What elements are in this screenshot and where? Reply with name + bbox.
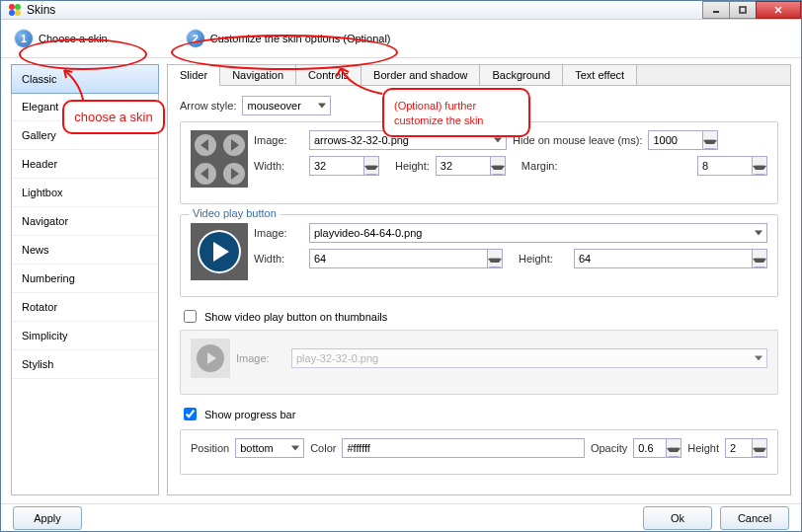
close-button[interactable] [756,1,801,19]
arrow-height-input[interactable] [436,156,506,176]
arrow-preview-icon [191,130,248,188]
app-icon [7,2,23,18]
minimize-button[interactable] [702,1,730,19]
svg-point-3 [15,10,21,16]
arrow-width-field[interactable] [309,156,364,176]
hide-ms-field[interactable] [648,130,703,150]
skin-item-simplicity[interactable]: Simplicity [12,322,158,350]
spinner-icon[interactable] [753,438,767,458]
skin-item-gallery[interactable]: Gallery [12,121,158,150]
video-group-title: Video play button [189,207,281,219]
spinner-icon[interactable] [753,249,767,268]
spinner-icon[interactable] [491,156,506,176]
arrows-group: Image: arrows-32-32-0.png Hide on mouse … [180,121,778,204]
video-image-select-wrap: playvideo-64-64-0.png [309,223,767,243]
progress-position-select-wrap: bottom [235,438,304,458]
titlebar: Skins [1,1,801,20]
spinner-icon[interactable] [703,130,718,150]
step-number-icon: 2 [187,30,204,47]
tab-border-shadow[interactable]: Border and shadow [361,65,480,86]
spinner-icon[interactable] [488,249,503,268]
arrow-width-label: Width: [254,160,303,172]
arrow-style-select[interactable]: mouseover [242,96,331,115]
skin-item-rotator[interactable]: Rotator [12,293,158,322]
video-width-input[interactable] [309,249,503,268]
progress-height-label: Height [687,442,719,454]
video-play-group: Video play button Image: playvideo-64-64… [180,214,778,297]
arrow-width-input[interactable] [309,156,379,176]
window-controls [703,1,801,19]
progress-opacity-input[interactable] [633,438,682,458]
thumb-play-group: Image: play-32-32-0.png [180,330,778,395]
thumb-image-label: Image: [236,352,285,364]
skin-item-numbering[interactable]: Numbering [12,265,158,293]
thumb-image-select-wrap: play-32-32-0.png [291,348,767,368]
arrow-image-select-wrap: arrows-32-32-0.png [309,130,507,150]
skin-item-elegant[interactable]: Elegant [12,93,158,121]
thumb-image-select: play-32-32-0.png [291,348,767,368]
arrow-margin-field[interactable] [697,156,753,176]
hide-label: Hide on mouse leave (ms): [513,134,642,146]
cancel-button[interactable]: Cancel [720,506,789,530]
progress-opacity-label: Opacity [591,442,627,454]
tabs: Slider Navigation Controls Border and sh… [168,65,790,86]
arrow-style-label: Arrow style: [180,100,236,112]
step-2-label: Customize the skin options (Optional) [210,33,391,44]
video-image-label: Image: [254,227,303,239]
tab-controls[interactable]: Controls [296,65,361,86]
video-width-label: Width: [254,253,303,265]
thumb-check[interactable]: Show video play button on thumbnails [180,307,778,326]
skin-item-header[interactable]: Header [12,150,158,179]
video-height-input[interactable] [574,249,767,268]
arrow-margin-input[interactable] [697,156,767,176]
skin-item-classic[interactable]: Classic [11,64,159,94]
play-preview-icon [191,223,248,280]
progress-position-select[interactable]: bottom [235,438,304,458]
progress-checkbox[interactable] [184,408,197,420]
progress-height-input[interactable] [725,438,767,458]
skin-list[interactable]: Classic Elegant Gallery Header Lightbox … [11,64,159,495]
step-2: 2 Customize the skin options (Optional) [187,30,391,47]
progress-color-input[interactable] [342,438,584,458]
tab-content-slider: Arrow style: mouseover Image: [168,86,790,494]
thumb-checkbox[interactable] [184,310,197,323]
video-image-select[interactable]: playvideo-64-64-0.png [309,223,767,243]
progress-check-label: Show progress bar [204,409,295,420]
arrow-height-field[interactable] [436,156,491,176]
progress-color-label: Color [310,442,336,454]
tab-slider[interactable]: Slider [168,65,220,86]
tab-background[interactable]: Background [480,65,563,86]
spinner-icon[interactable] [364,156,379,176]
video-width-field[interactable] [309,249,488,268]
skin-item-lightbox[interactable]: Lightbox [12,179,158,207]
maximize-button[interactable] [729,1,757,19]
arrow-image-label: Image: [254,134,303,146]
video-height-field[interactable] [574,249,753,268]
arrow-height-label: Height: [395,160,430,172]
skin-item-news[interactable]: News [12,236,158,265]
video-height-label: Height: [519,253,568,265]
svg-point-2 [9,10,15,16]
right-pane: Slider Navigation Controls Border and sh… [167,64,791,495]
step-1: 1 Choose a skin [15,30,108,47]
steps-bar: 1 Choose a skin 2 Customize the skin opt… [1,20,801,58]
progress-height-field[interactable] [725,438,753,458]
ok-button[interactable]: Ok [643,506,712,530]
progress-opacity-field[interactable] [633,438,667,458]
arrow-margin-label: Margin: [521,160,558,172]
footer: Apply Ok Cancel [1,503,801,531]
tab-text-effect[interactable]: Text effect [563,65,637,86]
apply-button[interactable]: Apply [13,506,82,530]
tab-navigation[interactable]: Navigation [220,65,296,86]
spinner-icon[interactable] [667,438,682,458]
progress-check[interactable]: Show progress bar [180,405,778,423]
arrow-style-select-wrap: mouseover [242,96,331,115]
arrow-image-select[interactable]: arrows-32-32-0.png [309,130,507,150]
progress-group: Position bottom Color Opacity Height [180,429,778,475]
skin-item-navigator[interactable]: Navigator [12,207,158,236]
svg-point-0 [9,4,15,10]
skin-item-stylish[interactable]: Stylish [12,350,158,379]
hide-ms-input[interactable] [648,130,718,150]
spinner-icon[interactable] [753,156,767,176]
window-title: Skins [27,3,55,17]
